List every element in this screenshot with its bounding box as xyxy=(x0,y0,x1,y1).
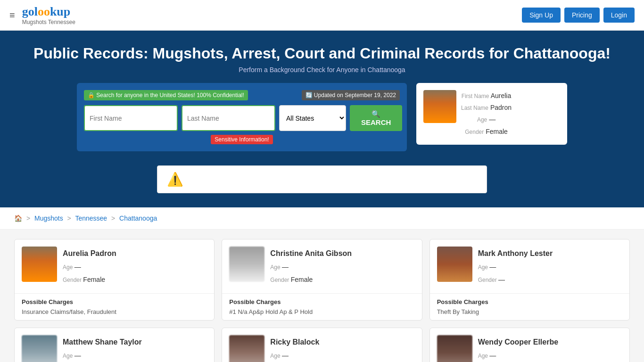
card-name: Wendy Cooper Ellerbe xyxy=(478,335,558,349)
card-name: Christine Anita Gibson xyxy=(270,247,352,261)
card-avatar xyxy=(229,335,264,362)
card-charges: Possible Charges Insurance Claims/false,… xyxy=(15,293,214,320)
search-inputs: All StatesAlabamaAlaskaArizonaArkansasCa… xyxy=(84,105,400,131)
card-name: Ricky Blalock xyxy=(270,335,319,349)
login-button[interactable]: Login xyxy=(603,8,635,23)
card-avatar xyxy=(229,247,264,282)
card-name: Matthew Shane Taylor xyxy=(63,335,142,349)
card-age: Age — xyxy=(270,261,352,273)
side-gender: Gender Female xyxy=(461,126,512,138)
card-charges: Possible Charges Theft By Taking xyxy=(430,293,629,320)
breadcrumb-tennessee[interactable]: Tennessee xyxy=(75,214,107,222)
breadcrumb-sep3: > xyxy=(111,214,115,222)
breadcrumb-mugshots[interactable]: Mugshots xyxy=(34,214,63,222)
card-info: Christine Anita Gibson Age — Gender Fema… xyxy=(270,247,352,286)
pricing-button[interactable]: Pricing xyxy=(564,8,600,23)
side-avatar xyxy=(423,90,456,123)
header-left: ≡ golookup Mugshots Tennessee xyxy=(9,5,75,25)
charges-text: Theft By Taking xyxy=(437,308,622,315)
card-top: Ricky Blalock Age — Gender xyxy=(222,328,421,362)
search-box: 🔒 Search for anyone in the United States… xyxy=(77,83,407,151)
sensitive-label: Sensitive Information! xyxy=(211,135,272,144)
card-info: Wendy Cooper Ellerbe Age — Gender xyxy=(478,335,558,362)
card-top: Matthew Shane Taylor Age — Gender xyxy=(15,328,214,362)
card-age: Age — xyxy=(63,349,142,362)
warning-text: Mugshots and Criminal Records. Please Ch… xyxy=(190,176,371,183)
card-age: Age — xyxy=(63,261,116,273)
search-area: 🔒 Search for anyone in the United States… xyxy=(9,83,635,161)
card-info: Aurelia Padron Age — Gender Female xyxy=(63,247,116,286)
card-top: Aurelia Padron Age — Gender Female xyxy=(15,239,214,293)
charges-title: Possible Charges xyxy=(437,298,622,305)
breadcrumb-home[interactable]: 🏠 xyxy=(14,214,22,222)
last-name-input[interactable] xyxy=(182,105,275,131)
card-top: Christine Anita Gibson Age — Gender Fema… xyxy=(222,239,421,293)
warning-icon: ⚠️ xyxy=(167,172,183,187)
breadcrumb-sep2: > xyxy=(67,214,71,222)
cards-grid: Aurelia Padron Age — Gender Female Possi… xyxy=(0,230,644,362)
person-card[interactable]: Wendy Cooper Ellerbe Age — Gender xyxy=(429,328,630,362)
card-avatar xyxy=(437,335,472,362)
search-confidential-label: 🔒 Search for anyone in the United States… xyxy=(84,90,248,100)
logo-block: golookup Mugshots Tennessee xyxy=(22,5,75,25)
side-first-name: First Name Aurelia xyxy=(461,90,512,102)
card-info: Matthew Shane Taylor Age — Gender xyxy=(63,335,142,362)
card-avatar xyxy=(437,247,472,282)
card-age: Age — xyxy=(478,261,553,273)
card-name: Aurelia Padron xyxy=(63,247,116,261)
search-top-bar: 🔒 Search for anyone in the United States… xyxy=(84,90,400,100)
side-last-name: Last Name Padron xyxy=(461,102,512,114)
hero-title: Public Records: Mugshots, Arrest, Court … xyxy=(9,45,635,62)
charges-title: Possible Charges xyxy=(22,298,207,305)
card-top: Mark Anthony Lester Age — Gender — xyxy=(430,239,629,293)
hero-subtitle: Perform a Background Check for Anyone in… xyxy=(9,66,635,74)
charges-text: #1 N/a Ap&p Hold Ap & P Hold xyxy=(229,308,414,315)
charges-text: Insurance Claims/false, Fraudulent xyxy=(22,308,207,315)
logo-subtitle: Mugshots Tennessee xyxy=(22,19,75,25)
card-age: Age — xyxy=(478,349,558,362)
header-right: Sign Up Pricing Login xyxy=(522,8,635,23)
card-info: Mark Anthony Lester Age — Gender — xyxy=(478,247,553,286)
logo: golookup xyxy=(22,5,75,19)
card-gender: Gender Female xyxy=(270,273,352,286)
search-button[interactable]: 🔍 SEARCH xyxy=(350,105,402,131)
card-gender: Gender Female xyxy=(63,273,116,286)
person-card[interactable]: Christine Anita Gibson Age — Gender Fema… xyxy=(222,239,422,321)
side-avatar-image xyxy=(423,90,456,123)
charges-title: Possible Charges xyxy=(229,298,414,305)
state-select[interactable]: All StatesAlabamaAlaskaArizonaArkansasCa… xyxy=(279,105,346,131)
header: ≡ golookup Mugshots Tennessee Sign Up Pr… xyxy=(0,0,644,31)
card-charges: Possible Charges #1 N/a Ap&p Hold Ap & P… xyxy=(222,293,421,320)
card-avatar xyxy=(22,335,57,362)
card-age: Age — xyxy=(270,349,319,362)
card-name: Mark Anthony Lester xyxy=(478,247,553,261)
card-avatar xyxy=(22,247,57,282)
side-profile-card: First Name Aurelia Last Name Padron Age … xyxy=(416,83,567,145)
hero-section: Public Records: Mugshots, Arrest, Court … xyxy=(0,31,644,207)
first-name-input[interactable] xyxy=(84,105,178,131)
breadcrumb-sep1: > xyxy=(26,214,30,222)
signup-button[interactable]: Sign Up xyxy=(522,8,561,23)
person-card[interactable]: Aurelia Padron Age — Gender Female Possi… xyxy=(14,239,215,321)
card-gender: Gender — xyxy=(478,273,553,286)
person-card[interactable]: Mark Anthony Lester Age — Gender — Possi… xyxy=(429,239,630,321)
breadcrumb-chattanooga[interactable]: Chattanooga xyxy=(119,214,157,222)
side-info: First Name Aurelia Last Name Padron Age … xyxy=(461,90,512,138)
search-updated-label: 🔄 Updated on September 19, 2022 xyxy=(302,90,400,100)
card-top: Wendy Cooper Ellerbe Age — Gender xyxy=(430,328,629,362)
person-card[interactable]: Ricky Blalock Age — Gender xyxy=(222,328,422,362)
card-info: Ricky Blalock Age — Gender xyxy=(270,335,319,362)
breadcrumb: 🏠 > Mugshots > Tennessee > Chattanooga xyxy=(0,207,644,230)
side-age: Age — xyxy=(461,114,512,125)
hamburger-icon[interactable]: ≡ xyxy=(9,10,15,21)
person-card[interactable]: Matthew Shane Taylor Age — Gender xyxy=(14,328,215,362)
warning-bar: ⚠️ Mugshots and Criminal Records. Please… xyxy=(157,165,487,193)
